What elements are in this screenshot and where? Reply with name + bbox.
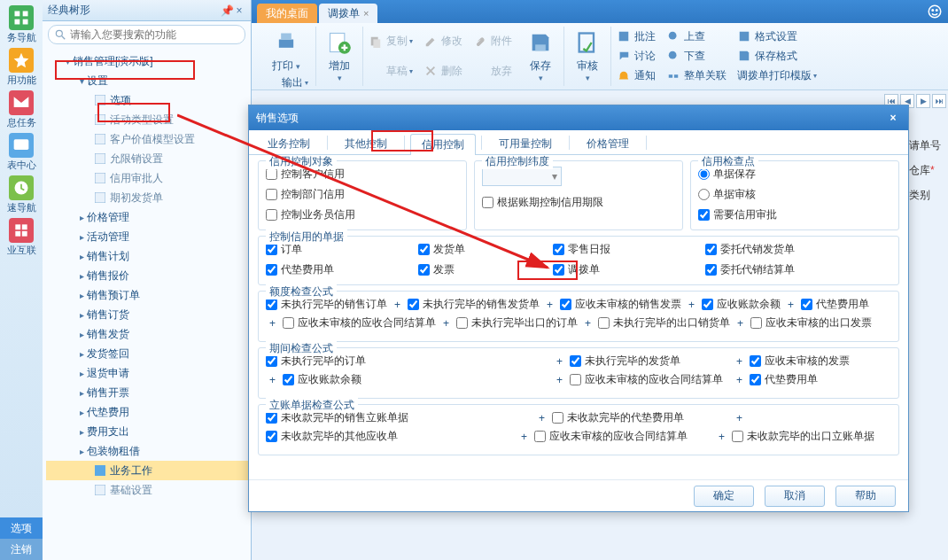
related-button[interactable]: 整单关联 [664,66,728,86]
chk-need-approve[interactable]: 需要信用审批 [698,207,891,222]
chk-ship[interactable]: 发货单 [418,242,542,257]
tree-sec-2[interactable]: ▸销售计划 [46,246,251,266]
svg-rect-12 [95,95,105,105]
tab-desktop[interactable]: 我的桌面 [257,4,317,23]
template-button[interactable]: 调拨单打印模版▾ [735,66,819,86]
cancel-button[interactable]: 取消 [765,486,825,507]
modify-button[interactable]: 修改 [422,32,464,51]
dialog-footer: 确定 取消 帮助 [249,479,908,511]
add-button[interactable]: 增加▾ [322,27,357,84]
tree-item-limit[interactable]: 允限销设置 [46,149,251,168]
tree-panel: 经典树形 📌 × ▾销售管理[演示版] ▾设置 选项 活动类型设置 客户价值模型… [43,0,252,560]
rail-item-quick[interactable]: 速导航 [2,175,41,213]
svg-rect-16 [95,173,105,183]
sales-options-dialog: 销售选项 × 业务控制 其他控制 信用控制 可用量控制 价格管理 信用控制对象 … [248,105,909,512]
tree-sec-8[interactable]: ▸退货申请 [46,363,251,383]
tree-item-bizwork[interactable]: 业务工作 [46,461,251,480]
pin-icon[interactable]: 📌 [221,4,233,17]
dtab-avail[interactable]: 可用量控制 [487,133,563,154]
tree-sec-11[interactable]: ▸费用支出 [46,422,251,441]
chk-transfer[interactable]: 调拨单 [553,262,695,277]
tree-item-approver[interactable]: 信用审批人 [46,168,251,188]
pager-next[interactable]: ▶ [916,94,930,108]
svg-rect-6 [15,224,20,229]
svg-rect-1 [23,12,28,17]
dialog-tabs: 业务控制 其他控制 信用控制 可用量控制 价格管理 [249,130,908,155]
svg-rect-37 [674,74,678,78]
dtab-credit[interactable]: 信用控制 [410,134,476,155]
chk-retail[interactable]: 零售日报 [553,242,695,257]
tree-sec-5[interactable]: ▸销售订货 [46,305,251,324]
dtab-other[interactable]: 其他控制 [333,133,399,154]
abandon-button[interactable]: 放弃 [471,61,514,81]
tree-header: 经典树形 📌 × [43,0,251,21]
approve-button[interactable]: 批注 [615,27,657,46]
tree-sec-10[interactable]: ▸代垫费用 [46,402,251,422]
tree-sec-4[interactable]: ▸销售预订单 [46,285,251,305]
rail-item-link[interactable]: 业互联 [2,218,41,255]
svg-rect-23 [279,40,293,48]
svg-rect-13 [95,114,105,125]
chk-emp-credit[interactable]: 控制业务员信用 [266,207,459,222]
search-input[interactable] [70,28,239,41]
delete-button[interactable]: 删除 [422,61,464,81]
tree-item-options[interactable]: 选项 [46,90,251,110]
ok-button[interactable]: 确定 [694,486,754,507]
chk-consign-ship[interactable]: 委托代销发货单 [705,242,856,257]
format-button[interactable]: 格式设置 [735,27,819,46]
svg-rect-3 [23,19,28,25]
tab-transfer[interactable]: 调拨单× [319,4,377,23]
dtab-biz[interactable]: 业务控制 [256,133,322,154]
tree-sec-3[interactable]: ▸销售报价 [46,266,251,285]
up-button[interactable]: 上查 [664,27,728,46]
close-icon[interactable]: × [233,4,245,17]
help-button[interactable]: 帮助 [835,486,896,507]
tab-close-icon[interactable]: × [363,8,369,19]
radio-audit[interactable]: 单据审核 [698,187,891,202]
tree-item-cvmodel[interactable]: 客户价值模型设置 [46,129,251,149]
tree-root[interactable]: ▾销售管理[演示版] [46,51,251,71]
discuss-button[interactable]: 讨论 [615,46,657,66]
smile-icon[interactable] [927,4,943,19]
notify-button[interactable]: 通知 [615,66,657,86]
print-button[interactable]: 打印 ▾ [268,27,304,75]
save-button[interactable]: 保存▾ [523,27,558,84]
svg-rect-31 [535,44,546,51]
saveformat-button[interactable]: 保存格式 [735,46,819,66]
tree-sec-9[interactable]: ▸销售开票 [46,383,251,402]
rail-logout-button[interactable]: 注销 [0,539,43,560]
pager-last[interactable]: ⏭ [932,94,946,108]
tree-sec-0[interactable]: ▸价格管理 [46,207,251,227]
dialog-titlebar[interactable]: 销售选项 × [249,105,908,130]
svg-point-34 [669,32,677,40]
tree-settings[interactable]: ▾设置 [46,71,251,90]
tree-sec-6[interactable]: ▸销售发货 [46,324,251,344]
tree-sec-12[interactable]: ▸包装物租借 [46,441,251,461]
down-button[interactable]: 下查 [664,46,728,66]
chk-advance[interactable]: 代垫费用单 [266,262,408,277]
rail-item-fav[interactable]: 用功能 [2,48,41,85]
draft-button[interactable]: 草稿▾ [367,61,415,81]
output-button[interactable]: 输出▾ [262,75,310,90]
chk-dept-credit[interactable]: 控制部门信用 [266,187,459,202]
rail-item-report[interactable]: 表中心 [2,133,41,170]
rail-item-msg[interactable]: 息任务 [2,90,41,128]
rail-options-button[interactable]: 选项 [0,517,43,539]
dialog-close-icon[interactable]: × [885,110,901,126]
dtab-price[interactable]: 价格管理 [575,133,641,154]
left-rail: 务导航 用功能 息任务 表中心 速导航 业互联 选项 注销 [0,0,43,560]
tree-sec-1[interactable]: ▸活动管理 [46,227,251,246]
chk-by-period[interactable]: 根据账期控制信用期限 [482,195,675,210]
tree-item-initship[interactable]: 期初发货单 [46,188,251,207]
tree-sec-7[interactable]: ▸发货签回 [46,344,251,363]
credit-dim-select[interactable]: ▾ [482,167,562,186]
copy-button[interactable]: 复制▾ [367,32,415,51]
tree-item-basic[interactable]: 基础设置 [46,480,251,500]
audit-button[interactable]: 审核▾ [570,27,605,84]
tree-item-activity[interactable]: 活动类型设置 [46,110,251,129]
chk-invoice[interactable]: 发票 [418,262,542,277]
svg-rect-28 [373,39,380,48]
attach-button[interactable]: 附件 [471,32,514,51]
rail-item-nav[interactable]: 务导航 [2,5,41,43]
chk-consign-settle[interactable]: 委托代销结算单 [705,262,856,277]
